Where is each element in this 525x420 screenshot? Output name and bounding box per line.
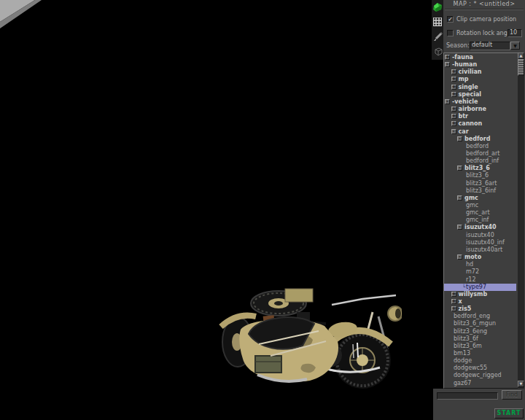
tree-row-label: gmc — [466, 202, 478, 209]
expand-toggle[interactable]: + — [451, 306, 456, 311]
tree-row[interactable]: isuzutx40art — [444, 246, 516, 254]
tree-row[interactable]: blitz3_6_mgun — [444, 320, 516, 327]
object-tree: +-fauna--human+civilian+mp+single+specia… — [443, 52, 524, 389]
expand-toggle[interactable]: + — [451, 292, 456, 297]
tree-row[interactable]: +airborne — [444, 106, 516, 113]
tree-row[interactable]: gmc_inf — [444, 217, 516, 224]
expand-toggle[interactable]: + — [451, 69, 456, 74]
tree-row[interactable]: bedford_inf — [444, 158, 516, 165]
rotation-lock-checkbox[interactable] — [447, 30, 454, 36]
tree-row[interactable]: +btr — [444, 113, 516, 120]
tree-row-label: gmc_inf — [466, 217, 489, 224]
tree-row[interactable]: +cannon — [444, 120, 516, 128]
expand-toggle[interactable]: - — [445, 99, 450, 104]
grid-tool-icon[interactable] — [432, 15, 443, 29]
tree-row[interactable]: --vehicle — [444, 98, 516, 106]
tree-row[interactable]: dodgewc_rigged — [444, 372, 516, 379]
tree-row[interactable]: bedford_eng — [444, 313, 516, 320]
tree-row-label: dodgewc_rigged — [454, 372, 502, 379]
wirebox-tool-icon[interactable] — [432, 44, 443, 58]
scroll-thumb[interactable] — [518, 59, 524, 76]
expand-toggle[interactable]: + — [451, 77, 456, 82]
tree-row[interactable]: +zis5 — [444, 306, 516, 313]
terrain-tool-icon[interactable] — [432, 0, 443, 15]
tree-row[interactable]: dodgewc55 — [444, 365, 516, 372]
tree-row[interactable]: hd — [444, 261, 516, 268]
tree-row[interactable]: -blitz3_6 — [444, 165, 516, 172]
tree-row-label: car — [459, 128, 469, 136]
tree-row[interactable]: +-fauna — [444, 54, 516, 61]
tree-row[interactable]: +civilian — [444, 69, 516, 76]
expand-toggle[interactable]: + — [451, 106, 456, 112]
tree-row[interactable]: gmc_art — [444, 209, 516, 217]
tree-row[interactable]: isuzutx40_inf — [444, 239, 516, 246]
expand-toggle[interactable]: - — [457, 195, 462, 201]
tree-row[interactable]: +single — [444, 84, 516, 91]
rotation-angle-field[interactable]: 10 — [508, 29, 522, 37]
tree-row[interactable]: bedford_art — [444, 150, 516, 158]
tree-row[interactable]: blitz3_6 — [444, 172, 516, 179]
tree-row[interactable]: └type97 — [444, 284, 516, 291]
tree-connector: └ — [462, 284, 465, 291]
tree-scrollbar[interactable]: ▲ ▼ — [518, 52, 524, 389]
tree-row[interactable]: -gmc — [444, 195, 516, 202]
tree-row-label: bedford_art — [466, 150, 499, 158]
expand-toggle[interactable]: - — [457, 136, 462, 141]
tree-row[interactable]: r12 — [444, 276, 516, 284]
scroll-up-icon[interactable]: ▲ — [518, 52, 524, 59]
expand-toggle[interactable]: + — [451, 121, 456, 126]
season-select[interactable]: default — [470, 42, 510, 50]
expand-toggle[interactable]: - — [445, 62, 450, 67]
tree-row[interactable]: gaz67 — [444, 380, 516, 387]
tree-row-label: willysmb — [459, 291, 488, 298]
tree-row-label: moto — [464, 254, 481, 261]
tree-row-label: blitz3_6 — [464, 165, 490, 172]
expand-toggle[interactable]: + — [451, 114, 456, 119]
tree-row[interactable]: +mp — [444, 76, 516, 83]
tree-row[interactable]: -car — [444, 128, 516, 136]
tree-row[interactable]: isuzutx40 — [444, 232, 516, 239]
expand-toggle[interactable]: - — [451, 129, 456, 134]
tree-row-label: blitz3_6art — [466, 180, 497, 187]
expand-toggle[interactable]: - — [457, 166, 462, 171]
tree-row-label: dodgewc55 — [454, 365, 487, 372]
expand-toggle[interactable]: + — [451, 85, 456, 90]
expand-toggle[interactable]: - — [457, 254, 462, 260]
expand-toggle[interactable]: + — [451, 92, 456, 97]
tree-row[interactable]: -bedford — [444, 136, 516, 143]
tree-row[interactable]: bm13 — [444, 350, 516, 357]
expand-toggle[interactable]: + — [451, 299, 456, 304]
tree-row[interactable]: --human — [444, 61, 516, 69]
start-button[interactable]: START — [494, 408, 524, 419]
tree-row[interactable]: +special — [444, 91, 516, 98]
tree-row[interactable]: blitz3_6inf — [444, 187, 516, 195]
scroll-down-icon[interactable]: ▼ — [518, 381, 524, 387]
tree-row[interactable]: blitz3_6m — [444, 343, 516, 350]
find-input[interactable] — [437, 392, 498, 400]
find-button[interactable]: Find — [502, 390, 522, 400]
viewport-3d[interactable] — [0, 0, 432, 420]
tree-row-label: blitz3_6inf — [466, 187, 496, 195]
tree-row[interactable]: m72 — [444, 268, 516, 276]
tree-row[interactable]: -isuzutx40 — [444, 224, 516, 231]
tree-row-label: isuzutx40 — [466, 232, 494, 239]
tree-row[interactable]: gmc — [444, 202, 516, 209]
pencil-tool-icon[interactable] — [432, 29, 443, 44]
tree-row[interactable]: dodge — [444, 357, 516, 365]
tree-row[interactable]: +willysmb — [444, 291, 516, 298]
tree-row[interactable]: blitz3_6f — [444, 335, 516, 343]
tree-row-label: bedford_eng — [454, 313, 490, 320]
tree-row-label: bedford — [464, 136, 491, 143]
expand-toggle[interactable]: - — [457, 225, 462, 230]
clip-camera-checkbox[interactable]: ✓ — [447, 16, 454, 23]
tree-row[interactable]: bedford — [444, 143, 516, 150]
tree-row[interactable]: blitz3_6eng — [444, 328, 516, 335]
tree-row-label: btr — [459, 113, 469, 120]
expand-toggle[interactable]: + — [445, 55, 450, 60]
tree-row[interactable]: blitz3_6art — [444, 180, 516, 187]
season-dropdown-arrow-icon[interactable]: ▼ — [510, 42, 520, 50]
tree-row[interactable]: -moto — [444, 254, 516, 261]
tree-row-label: bedford_inf — [466, 158, 499, 165]
tree-row[interactable]: +x — [444, 298, 516, 306]
tree-row-label: isuzutx40 — [464, 224, 497, 231]
